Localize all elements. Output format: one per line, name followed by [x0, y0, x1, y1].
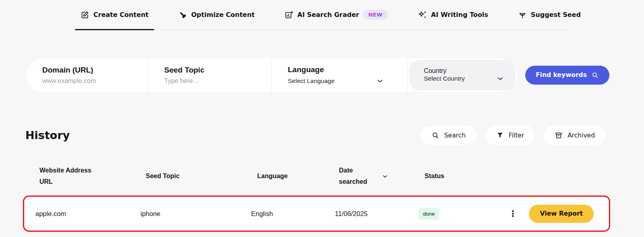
archived-button-label: Archived — [568, 132, 595, 139]
tab-label: Optimize Content — [191, 11, 255, 19]
chevron-down-icon[interactable] — [382, 173, 388, 180]
filter-button[interactable]: Filter — [485, 126, 535, 145]
country-field[interactable]: Country Select Country — [409, 60, 516, 90]
status-badge: done — [419, 208, 439, 220]
edit-icon — [80, 10, 89, 19]
country-field-wrap: Country Select Country — [408, 58, 517, 92]
country-label: Country — [424, 67, 516, 75]
tab-ai-search-grader[interactable]: AI Search Grader NEW — [279, 0, 394, 29]
chart-icon — [285, 10, 293, 19]
view-report-button[interactable]: View Report — [529, 205, 594, 223]
tab-suggest-seed[interactable]: Suggest Seed — [512, 0, 586, 29]
keyword-search-form: Domain (URL) Seed Topic Language Select … — [26, 58, 644, 92]
chevron-down-icon[interactable] — [496, 75, 504, 83]
new-badge: NEW — [363, 10, 388, 20]
form-card: Domain (URL) Seed Topic Language Select … — [26, 58, 517, 92]
search-button-label: Search — [444, 132, 466, 139]
column-header-seed-topic: Seed Topic — [146, 173, 257, 180]
table-row[interactable]: apple.com iphone English 11/06/2025 done… — [26, 198, 607, 229]
filter-button-label: Filter — [509, 132, 524, 139]
domain-input[interactable] — [42, 77, 132, 85]
tab-create-content[interactable]: Create Content — [75, 0, 154, 29]
domain-label: Domain (URL) — [42, 66, 148, 75]
chevron-down-icon[interactable] — [376, 77, 384, 85]
row-actions: ⋮ View Report — [483, 205, 607, 223]
sparkles-icon — [418, 10, 427, 19]
cell-date-searched: 11/06/2025 — [335, 210, 419, 218]
history-header: History Search Filter — [25, 126, 606, 145]
search-button[interactable]: Search — [421, 126, 477, 145]
seed-topic-input[interactable] — [164, 77, 255, 85]
cell-seed-topic: iphone — [140, 210, 251, 218]
seed-topic-label: Seed Topic — [164, 66, 271, 75]
filter-icon — [496, 131, 504, 139]
find-keywords-label: Find keywords — [536, 71, 587, 79]
column-header-date-label: Date searched — [339, 165, 371, 187]
tab-label: Suggest Seed — [531, 11, 581, 19]
country-select-value[interactable]: Select Country — [424, 75, 465, 82]
tab-optimize-content[interactable]: Optimize Content — [173, 0, 260, 29]
tab-label: AI Writing Tools — [431, 11, 488, 19]
kebab-menu-icon[interactable]: ⋮ — [508, 210, 517, 218]
cell-website-url: apple.com — [35, 210, 140, 218]
history-actions: Search Filter Archived — [421, 126, 606, 145]
seedling-icon — [518, 10, 527, 19]
search-icon — [591, 71, 599, 79]
column-header-website: Website Address URL — [39, 165, 100, 187]
language-label: Language — [288, 65, 407, 74]
tab-ai-writing-tools[interactable]: AI Writing Tools — [412, 0, 494, 29]
find-keywords-button[interactable]: Find keywords — [525, 66, 609, 85]
page-title: History — [25, 129, 70, 141]
column-header-language: Language — [257, 173, 339, 180]
seed-topic-field[interactable]: Seed Topic — [148, 58, 272, 92]
language-select-value[interactable]: Select Language — [288, 77, 334, 85]
search-icon — [431, 131, 440, 139]
language-field[interactable]: Language Select Language — [272, 58, 408, 92]
tab-label: AI Search Grader — [297, 11, 359, 19]
tab-label: Create Content — [93, 11, 149, 19]
column-header-status: Status — [425, 173, 489, 180]
cell-language: English — [251, 210, 335, 218]
top-tab-bar: Create Content Optimize Content AI Searc… — [75, 0, 568, 30]
archive-icon — [555, 131, 563, 139]
table-header: Website Address URL Seed Topic Language … — [39, 165, 644, 187]
domain-field[interactable]: Domain (URL) — [26, 58, 148, 92]
highlight-annotation: apple.com iphone English 11/06/2025 done… — [23, 195, 610, 232]
column-header-date[interactable]: Date searched — [339, 165, 425, 187]
hammer-icon — [178, 10, 187, 19]
archived-button[interactable]: Archived — [544, 126, 606, 145]
